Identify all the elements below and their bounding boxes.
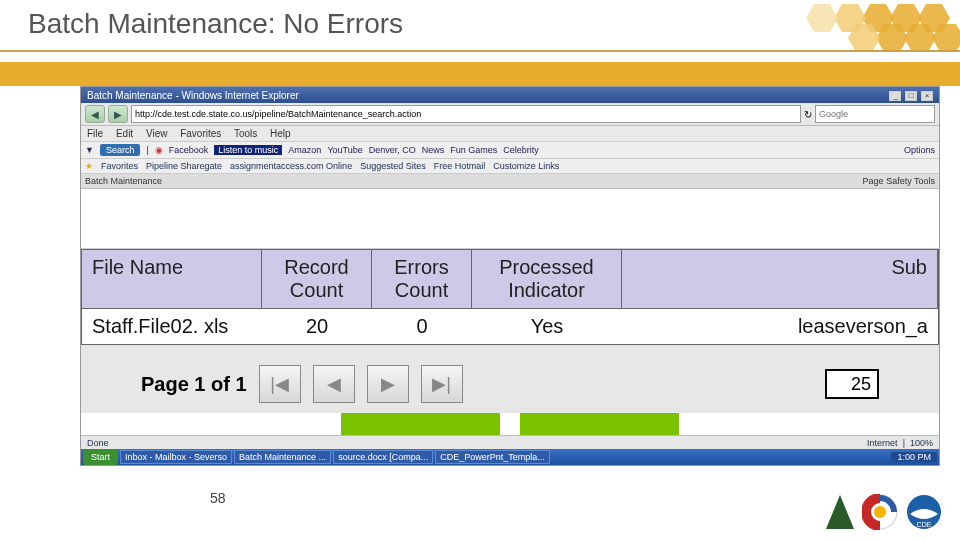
- tab-tools[interactable]: Page Safety Tools: [863, 176, 935, 186]
- fav-item-2[interactable]: assignmentaccess.com Online: [230, 161, 352, 171]
- menu-edit[interactable]: Edit: [116, 128, 133, 139]
- toolbar-options[interactable]: Options: [904, 145, 935, 155]
- colorado-c-logo-icon: [862, 494, 898, 530]
- fav-item-3[interactable]: Suggested Sites: [360, 161, 426, 171]
- window-controls[interactable]: _ □ ×: [888, 89, 933, 101]
- menu-bar[interactable]: File Edit View Favorites Tools Help: [81, 126, 939, 142]
- table-row[interactable]: Staff.File02. xls 20 0 Yes leaseverson_a: [81, 309, 939, 345]
- tab-row: Batch Maintenance Page Safety Tools: [81, 174, 939, 189]
- th-file-name: File Name: [82, 250, 262, 308]
- fav-item-1[interactable]: Pipeline Sharegate: [146, 161, 222, 171]
- menu-file[interactable]: File: [87, 128, 103, 139]
- start-button[interactable]: Start: [83, 449, 118, 465]
- page-size-input[interactable]: [825, 369, 879, 399]
- browser-window: Batch Maintenance - Windows Internet Exp…: [80, 86, 940, 466]
- fav-item-5[interactable]: Customize Links: [493, 161, 559, 171]
- pager-prev-button[interactable]: ◀: [313, 365, 355, 403]
- cell-file-name: Staff.File02. xls: [82, 309, 262, 344]
- th-processed: Processed Indicator: [472, 250, 622, 308]
- status-left: Done: [87, 438, 109, 448]
- task-item[interactable]: Inbox - Mailbox - Severso: [120, 450, 232, 464]
- toolbar-news[interactable]: News: [422, 145, 445, 155]
- toolbar-youtube[interactable]: YouTube: [327, 145, 362, 155]
- star-icon[interactable]: ★: [85, 161, 93, 171]
- close-icon[interactable]: ×: [921, 91, 933, 101]
- pager-label: Page 1 of 1: [141, 373, 247, 396]
- tree-logo-icon: [826, 495, 854, 529]
- favorites-bar: ★ Favorites Pipeline Sharegate assignmen…: [81, 159, 939, 174]
- slide-title: Batch Maintenance: No Errors: [28, 8, 403, 40]
- toolbar-facebook[interactable]: Facebook: [169, 145, 209, 155]
- active-tab[interactable]: Batch Maintenance: [85, 176, 162, 186]
- th-submitter: Sub: [622, 250, 938, 308]
- task-item[interactable]: source.docx [Compa...: [333, 450, 433, 464]
- toolbar-games[interactable]: Fun Games: [450, 145, 497, 155]
- toolbar-search-button[interactable]: Search: [100, 144, 141, 156]
- cell-errors-count: 0: [372, 309, 472, 344]
- green-bars: [81, 413, 939, 435]
- pager-last-button[interactable]: ▶|: [421, 365, 463, 403]
- content-blank: [81, 189, 939, 249]
- address-bar: ◀ ▶ ↻: [81, 103, 939, 126]
- cde-logo-icon: CDE: [906, 494, 942, 530]
- cell-submitter: leaseverson_a: [622, 309, 938, 344]
- title-rule: [0, 50, 960, 52]
- menu-help[interactable]: Help: [270, 128, 291, 139]
- maximize-icon[interactable]: □: [905, 91, 917, 101]
- back-button[interactable]: ◀: [85, 105, 105, 123]
- window-title: Batch Maintenance - Windows Internet Exp…: [87, 90, 299, 101]
- footer-logos: CDE: [826, 494, 942, 530]
- pager-next-button[interactable]: ▶: [367, 365, 409, 403]
- search-toolbar: ▼ Search | ◉ Facebook Listen to music Am…: [81, 142, 939, 159]
- gold-band: [0, 62, 960, 86]
- menu-view[interactable]: View: [146, 128, 168, 139]
- table-header: File Name Record Count Errors Count Proc…: [81, 249, 939, 309]
- status-bar: Done Internet | 100%: [81, 435, 939, 449]
- pager-first-button[interactable]: |◀: [259, 365, 301, 403]
- divider: |: [146, 145, 148, 155]
- minimize-icon[interactable]: _: [889, 91, 901, 101]
- toolbar-search-icon: ▼: [85, 145, 94, 155]
- url-input[interactable]: [131, 105, 801, 123]
- forward-button[interactable]: ▶: [108, 105, 128, 123]
- radio-icon: ◉: [155, 145, 163, 155]
- status-zone: Internet: [867, 438, 898, 448]
- task-item[interactable]: Batch Maintenance ...: [234, 450, 331, 464]
- fav-item-4[interactable]: Free Hotmail: [434, 161, 486, 171]
- cell-processed: Yes: [472, 309, 622, 344]
- slide-number: 58: [210, 490, 226, 506]
- toolbar-amazon[interactable]: Amazon: [288, 145, 321, 155]
- th-errors-count: Errors Count: [372, 250, 472, 308]
- task-item[interactable]: CDE_PowerPnt_Templa...: [435, 450, 550, 464]
- refresh-icon[interactable]: ↻: [804, 109, 812, 120]
- th-record-count: Record Count: [262, 250, 372, 308]
- favorites-label[interactable]: Favorites: [101, 161, 138, 171]
- menu-tools[interactable]: Tools: [234, 128, 257, 139]
- svg-text:CDE: CDE: [917, 521, 932, 528]
- toolbar-celeb[interactable]: Celebrity: [503, 145, 539, 155]
- cell-record-count: 20: [262, 309, 372, 344]
- taskbar[interactable]: Start Inbox - Mailbox - Severso Batch Ma…: [81, 449, 939, 465]
- toolbar-listen[interactable]: Listen to music: [214, 145, 282, 155]
- menu-favorites[interactable]: Favorites: [180, 128, 221, 139]
- status-zoom: 100%: [910, 438, 933, 448]
- pager: Page 1 of 1 |◀ ◀ ▶ ▶|: [81, 355, 939, 413]
- toolbar-weather[interactable]: Denver, CO: [369, 145, 416, 155]
- results-table: File Name Record Count Errors Count Proc…: [81, 249, 939, 345]
- svg-marker-8: [806, 4, 838, 32]
- svg-point-10: [874, 506, 886, 518]
- taskbar-clock: 1:00 PM: [891, 452, 937, 462]
- search-input[interactable]: [815, 105, 935, 123]
- window-titlebar: Batch Maintenance - Windows Internet Exp…: [81, 87, 939, 103]
